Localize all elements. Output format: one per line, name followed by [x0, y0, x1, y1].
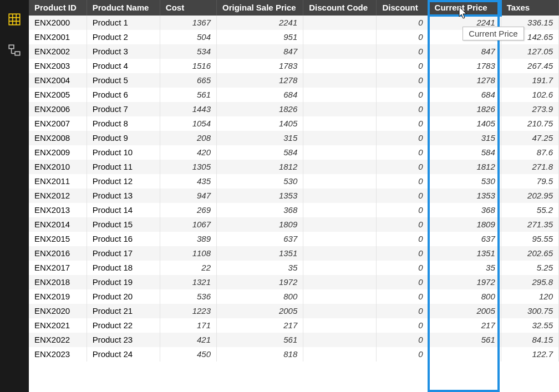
cell-osp[interactable]: 1353 [217, 189, 303, 203]
cell-pid[interactable]: ENX2011 [29, 174, 87, 189]
cell-disc[interactable]: 0 [377, 44, 429, 59]
cell-tax[interactable]: 191.7 [501, 73, 558, 88]
table-row[interactable]: ENX2008Product 9208315031547.25 [29, 131, 559, 145]
cell-disc[interactable]: 0 [377, 102, 429, 116]
cell-tax[interactable]: 47.25 [501, 131, 558, 145]
table-row[interactable]: ENX2023Product 244508180122.7 [29, 347, 559, 362]
cell-cp[interactable]: 1353 [429, 189, 501, 203]
cell-pname[interactable]: Product 7 [87, 102, 160, 116]
cell-tax[interactable]: 267.45 [501, 59, 558, 73]
cell-cost[interactable]: 269 [160, 203, 216, 217]
cell-cost[interactable]: 1108 [160, 246, 216, 261]
cell-pname[interactable]: Product 5 [87, 73, 160, 88]
cell-pid[interactable]: ENX2020 [29, 304, 87, 318]
cell-dc[interactable] [303, 203, 377, 217]
cell-cp[interactable]: 1809 [429, 217, 501, 232]
cell-pid[interactable]: ENX2023 [29, 347, 87, 362]
cell-pname[interactable]: Product 15 [87, 217, 160, 232]
cell-pname[interactable]: Product 18 [87, 261, 160, 275]
cell-osp[interactable]: 530 [217, 174, 303, 189]
cell-pid[interactable]: ENX2016 [29, 246, 87, 261]
cell-cost[interactable]: 208 [160, 131, 216, 145]
cell-cost[interactable]: 1305 [160, 160, 216, 174]
cell-pname[interactable]: Product 16 [87, 232, 160, 246]
cell-osp[interactable]: 847 [217, 44, 303, 59]
cell-pname[interactable]: Product 4 [87, 59, 160, 73]
cell-dc[interactable] [303, 102, 377, 116]
cell-pid[interactable]: ENX2008 [29, 131, 87, 145]
cell-dc[interactable] [303, 289, 377, 304]
cell-pid[interactable]: ENX2006 [29, 102, 87, 116]
cell-pname[interactable]: Product 22 [87, 318, 160, 333]
cell-osp[interactable]: 584 [217, 145, 303, 160]
model-view-button[interactable] [5, 41, 24, 60]
cell-cost[interactable]: 420 [160, 145, 216, 160]
table-row[interactable]: ENX2013Product 14269368036855.2 [29, 203, 559, 217]
cell-disc[interactable]: 0 [377, 203, 429, 217]
cell-pname[interactable]: Product 11 [87, 160, 160, 174]
cell-cost[interactable]: 504 [160, 30, 216, 44]
cell-pid[interactable]: ENX2010 [29, 160, 87, 174]
cell-disc[interactable]: 0 [377, 304, 429, 318]
cell-osp[interactable]: 1972 [217, 275, 303, 289]
cell-cp[interactable]: 684 [429, 88, 501, 102]
cell-pid[interactable]: ENX2017 [29, 261, 87, 275]
cell-pname[interactable]: Product 14 [87, 203, 160, 217]
cell-osp[interactable]: 818 [217, 347, 303, 362]
cell-pname[interactable]: Product 10 [87, 145, 160, 160]
table-row[interactable]: ENX2012Product 13947135301353202.95 [29, 189, 559, 203]
table-row[interactable]: ENX2010Product 111305181201812271.8 [29, 160, 559, 174]
cell-cost[interactable]: 561 [160, 88, 216, 102]
cell-dc[interactable] [303, 246, 377, 261]
cell-pname[interactable]: Product 1 [87, 16, 160, 30]
cell-osp[interactable]: 1826 [217, 102, 303, 116]
cell-osp[interactable]: 2005 [217, 304, 303, 318]
cell-disc[interactable]: 0 [377, 189, 429, 203]
cell-disc[interactable]: 0 [377, 73, 429, 88]
cell-dc[interactable] [303, 30, 377, 44]
cell-osp[interactable]: 217 [217, 318, 303, 333]
cell-tax[interactable]: 210.75 [501, 116, 558, 131]
cell-osp[interactable]: 561 [217, 333, 303, 347]
column-header-disc[interactable]: Discount [377, 0, 429, 16]
cell-dc[interactable] [303, 304, 377, 318]
cell-cp[interactable] [429, 347, 501, 362]
cell-osp[interactable]: 1278 [217, 73, 303, 88]
cell-cost[interactable]: 1443 [160, 102, 216, 116]
table-row[interactable]: ENX2017Product 1822350355.25 [29, 261, 559, 275]
cell-cost[interactable]: 536 [160, 289, 216, 304]
cell-pid[interactable]: ENX2002 [29, 44, 87, 59]
cell-tax[interactable]: 273.9 [501, 102, 558, 116]
cell-disc[interactable]: 0 [377, 88, 429, 102]
column-header-tax[interactable]: Taxes [501, 0, 558, 16]
cell-disc[interactable]: 0 [377, 174, 429, 189]
cell-disc[interactable]: 0 [377, 261, 429, 275]
cell-dc[interactable] [303, 160, 377, 174]
cell-osp[interactable]: 800 [217, 289, 303, 304]
cell-cp[interactable]: 561 [429, 333, 501, 347]
cell-cp[interactable]: 847 [429, 44, 501, 59]
cell-disc[interactable]: 0 [377, 217, 429, 232]
cell-cp[interactable]: 1972 [429, 275, 501, 289]
cell-dc[interactable] [303, 174, 377, 189]
cell-cost[interactable]: 1223 [160, 304, 216, 318]
cell-pid[interactable]: ENX2022 [29, 333, 87, 347]
cell-osp[interactable]: 1351 [217, 246, 303, 261]
cell-cp[interactable]: 217 [429, 318, 501, 333]
cell-pname[interactable]: Product 9 [87, 131, 160, 145]
cell-disc[interactable]: 0 [377, 347, 429, 362]
cell-cp[interactable]: 1783 [429, 59, 501, 73]
column-header-cost[interactable]: Cost [160, 0, 216, 16]
cell-cost[interactable]: 1516 [160, 59, 216, 73]
cell-cost[interactable]: 1367 [160, 16, 216, 30]
cell-dc[interactable] [303, 44, 377, 59]
cell-osp[interactable]: 2241 [217, 16, 303, 30]
table-row[interactable]: ENX2020Product 211223200502005300.75 [29, 304, 559, 318]
table-row[interactable]: ENX2002Product 35348470847127.05 [29, 44, 559, 59]
table-row[interactable]: ENX2009Product 10420584058487.6 [29, 145, 559, 160]
cell-cost[interactable]: 947 [160, 189, 216, 203]
cell-tax[interactable]: 271.8 [501, 160, 558, 174]
cell-tax[interactable]: 300.75 [501, 304, 558, 318]
table-row[interactable]: ENX2011Product 12435530053079.5 [29, 174, 559, 189]
cell-dc[interactable] [303, 59, 377, 73]
